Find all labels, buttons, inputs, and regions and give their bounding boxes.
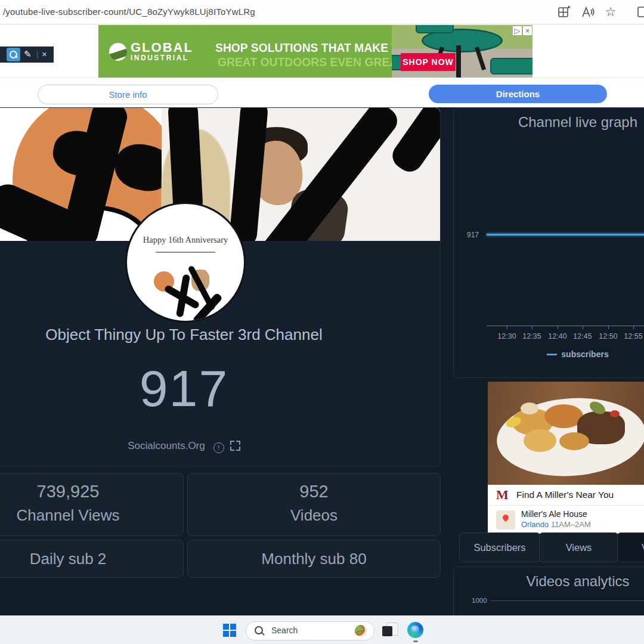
chart-legend[interactable]: subscribers — [454, 349, 644, 359]
banner-ad-global-industrial[interactable]: GLOBAL INDUSTRIAL SHOP SOLUTIONS THAT MA… — [98, 25, 532, 78]
subscribers-line — [487, 234, 644, 236]
map-thumbnail-icon — [496, 510, 515, 530]
x-tick: 12:50 — [595, 332, 621, 340]
tab-views[interactable]: Views — [539, 532, 618, 562]
global-industrial-logo: GLOBAL INDUSTRIAL — [131, 41, 193, 61]
url-text[interactable]: /youtube-live-subscriber-count/UC_8oZyYw… — [3, 7, 255, 17]
global-industrial-logo-icon — [109, 43, 127, 61]
ad-location-row[interactable]: Miller's Ale House Orlando 11AM–2AM — [488, 505, 644, 534]
directions-button[interactable]: Directions — [429, 85, 607, 103]
search-icon — [255, 626, 264, 636]
store-info-button[interactable]: Store info — [38, 85, 218, 104]
food-photo — [488, 382, 644, 485]
search-label: Search — [271, 626, 298, 635]
stat-card-videos: 952 Videos — [187, 473, 441, 536]
x-tick: 12:55 — [620, 332, 644, 340]
analytics-title: Videos analytics — [454, 573, 644, 590]
channel-views-value: 739,925 — [0, 482, 183, 501]
x-tick: 12:35 — [519, 332, 545, 340]
videos-analytics-card: Videos analytics 1000 — [453, 566, 644, 615]
daily-sub-label: Daily sub 2 — [0, 540, 183, 577]
channel-name: Object Thingy Up To Faster 3rd Channel — [0, 326, 368, 344]
x-tick: 12:30 — [494, 332, 520, 340]
favorites-star-icon[interactable]: ☆ — [603, 5, 618, 19]
ad-headline-row[interactable]: M Find A Miller's Near You — [488, 485, 644, 505]
ad-headline-line1: SHOP SOLUTIONS THAT MAKE THE — [215, 41, 414, 55]
analytics-y-tick: 1000 — [472, 597, 487, 604]
analytics-gridline — [491, 600, 644, 601]
source-row: Socialcounts.Org! — [0, 440, 368, 453]
x-axis — [487, 326, 644, 326]
x-tick: 12:40 — [544, 332, 571, 340]
channel-views-label: Channel Views — [0, 506, 183, 525]
local-ad-row: Store info Directions — [0, 78, 644, 108]
read-aloud-icon[interactable] — [580, 5, 595, 19]
workspaces-icon[interactable] — [556, 5, 571, 19]
ad-background: GLOBAL INDUSTRIAL SHOP SOLUTIONS THAT MA… — [98, 25, 392, 78]
visual-search-icon[interactable] — [7, 48, 20, 61]
start-button-icon[interactable] — [223, 624, 236, 637]
business-hours: 11AM–2AM — [551, 520, 591, 529]
edit-pencil-icon[interactable]: ✎ — [24, 49, 32, 60]
stat-card-monthly-sub: Monthly sub 80 — [187, 540, 441, 578]
edge-browser-icon[interactable] — [407, 622, 423, 638]
tab-subscribers[interactable]: Subscribers — [459, 532, 540, 562]
windows-taskbar: Search — [0, 615, 644, 644]
taskview-app-icon[interactable] — [382, 623, 398, 638]
edge-running-indicator — [413, 640, 418, 642]
logo-word-top: GLOBAL — [131, 41, 193, 54]
toolbar-close-icon[interactable]: × — [42, 49, 47, 59]
ad-headline-line2: GREAT OUTDOORS EVEN GREATER — [218, 55, 420, 69]
fullscreen-icon[interactable] — [230, 441, 240, 451]
desktop-screen: /youtube-live-subscriber-count/UC_8oZyYw… — [0, 0, 644, 644]
business-name[interactable]: Miller's Ale House — [521, 509, 587, 519]
millers-logo-icon: M — [496, 488, 509, 502]
monthly-sub-label: Monthly sub 80 — [188, 540, 440, 577]
subscriber-count: 917 — [0, 359, 368, 418]
info-icon[interactable]: ! — [213, 442, 224, 453]
legend-line-swatch — [547, 354, 557, 355]
source-label: Socialcounts.Org — [128, 440, 205, 451]
y-axis-label: 917 — [467, 231, 479, 239]
millers-ad[interactable]: M Find A Miller's Near You Miller's Ale … — [488, 382, 644, 534]
stat-card-daily-sub: Daily sub 2 — [0, 540, 184, 578]
page-content: Happy 16th Anniversary Object Thingy Up … — [0, 107, 644, 615]
business-city-link[interactable]: Orlando 11AM–2AM — [521, 520, 591, 529]
search-daily-emoji-icon — [355, 625, 367, 637]
sidebar-icon[interactable] — [637, 5, 644, 19]
toolbar-divider: | — [36, 49, 38, 58]
taskbar-search-input[interactable]: Search — [246, 621, 374, 640]
videos-label: Videos — [188, 506, 440, 525]
snip-toolbar: ✎ | × — [0, 47, 54, 63]
tab-videos[interactable]: Videos — [617, 532, 644, 562]
adchoices-icon[interactable]: ▷ — [513, 26, 522, 35]
ad-headline[interactable]: Find A Miller's Near You — [516, 490, 614, 500]
stat-card-channel-views: 739,925 Channel Views — [0, 473, 184, 536]
channel-avatar[interactable]: Happy 16th Anniversary — [125, 202, 246, 323]
x-tick: 12:45 — [569, 332, 596, 340]
live-graph-title: Channel live graph — [454, 114, 644, 131]
legend-label[interactable]: subscribers — [561, 349, 608, 359]
logo-word-bottom: INDUSTRIAL — [131, 54, 193, 61]
live-graph-card: Channel live graph 917 12:30 12:35 12:40… — [453, 107, 644, 378]
avatar-caption: Happy 16th Anniversary — [127, 235, 244, 245]
ad-close-icon[interactable]: × — [523, 26, 532, 35]
videos-value: 952 — [188, 482, 440, 501]
shop-now-button[interactable]: SHOP NOW — [401, 53, 456, 71]
browser-address-bar[interactable]: /youtube-live-subscriber-count/UC_8oZyYw… — [0, 0, 644, 24]
